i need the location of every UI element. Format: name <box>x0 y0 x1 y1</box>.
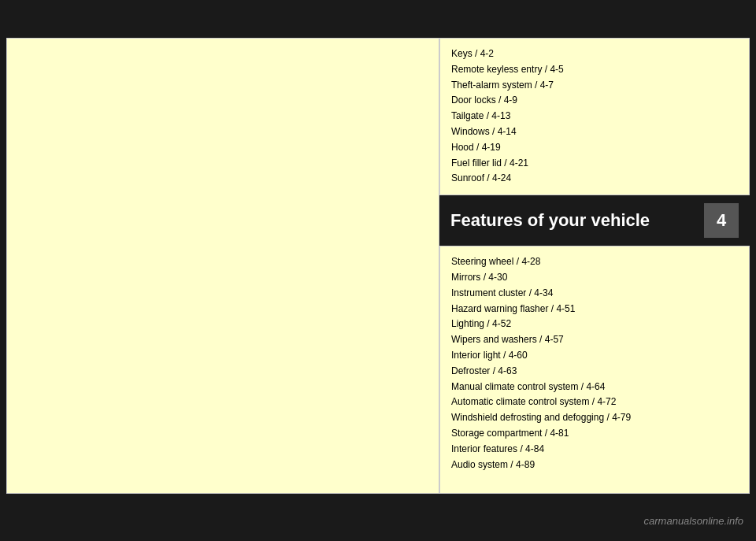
top-index-entry: Hood / 4-19 <box>451 140 738 156</box>
bottom-index-entry: Mirrors / 4-30 <box>451 270 738 286</box>
left-panel <box>6 38 439 494</box>
bottom-index-entry: Hazard warning flasher / 4-51 <box>451 302 738 317</box>
bottom-index-entry: Storage compartment / 4-81 <box>451 426 738 442</box>
bottom-index-entry: Interior features / 4-84 <box>451 442 738 458</box>
bottom-index: Steering wheel / 4-28Mirrors / 4-30Instr… <box>439 246 750 494</box>
bottom-index-entry: Windshield defrosting and defogging / 4-… <box>451 410 738 426</box>
bottom-index-entry: Manual climate control system / 4-64 <box>451 380 738 395</box>
right-panel: Keys / 4-2Remote keyless entry / 4-5Thef… <box>439 38 750 494</box>
section-title: Features of your vehicle <box>450 210 650 231</box>
section-header: Features of your vehicle 4 <box>439 195 750 246</box>
bottom-index-entry: Wipers and washers / 4-57 <box>451 332 738 348</box>
bottom-bar: carmanualsonline.info <box>0 500 756 541</box>
bottom-index-entry: Instrument cluster / 4-34 <box>451 286 738 302</box>
bottom-index-entry: Defroster / 4-63 <box>451 364 738 380</box>
top-index-entry: Keys / 4-2 <box>451 46 738 62</box>
top-index-entry: Windows / 4-14 <box>451 124 738 140</box>
watermark: carmanualsonline.info <box>644 515 743 527</box>
top-index-entry: Sunroof / 4-24 <box>451 171 738 187</box>
bottom-index-entry: Lighting / 4-52 <box>451 317 738 332</box>
bottom-index-entry: Interior light / 4-60 <box>451 348 738 364</box>
bottom-index-entry: Audio system / 4-89 <box>451 458 738 473</box>
top-index-entry: Tailgate / 4-13 <box>451 109 738 124</box>
top-bar <box>0 0 756 31</box>
main-content: Keys / 4-2Remote keyless entry / 4-5Thef… <box>0 31 756 500</box>
top-index: Keys / 4-2Remote keyless entry / 4-5Thef… <box>439 38 750 195</box>
bottom-index-entry: Steering wheel / 4-28 <box>451 254 738 270</box>
bottom-index-entry: Automatic climate control system / 4-72 <box>451 395 738 410</box>
top-index-entry: Door locks / 4-9 <box>451 93 738 109</box>
top-index-entry: Fuel filler lid / 4-21 <box>451 156 738 172</box>
section-number: 4 <box>704 203 739 238</box>
top-index-entry: Remote keyless entry / 4-5 <box>451 62 738 78</box>
top-index-entry: Theft-alarm system / 4-7 <box>451 78 738 94</box>
